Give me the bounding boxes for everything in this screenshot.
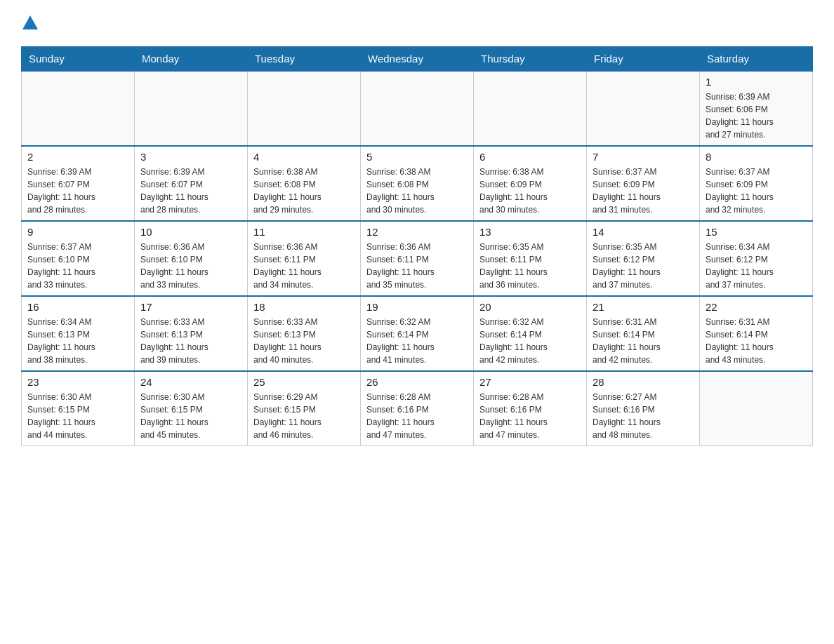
calendar-cell: 23Sunrise: 6:30 AMSunset: 6:15 PMDayligh… <box>22 371 135 446</box>
svg-marker-0 <box>22 15 38 29</box>
day-info: Sunrise: 6:38 AMSunset: 6:09 PMDaylight:… <box>479 166 581 216</box>
calendar-cell <box>700 371 813 446</box>
day-number: 17 <box>140 301 241 313</box>
day-number: 18 <box>253 301 355 313</box>
day-info: Sunrise: 6:36 AMSunset: 6:11 PMDaylight:… <box>366 241 468 291</box>
day-info: Sunrise: 6:27 AMSunset: 6:16 PMDaylight:… <box>593 391 694 441</box>
calendar-day-header: Friday <box>587 47 700 72</box>
day-number: 11 <box>253 226 355 238</box>
day-number: 22 <box>706 301 807 313</box>
day-info: Sunrise: 6:30 AMSunset: 6:15 PMDaylight:… <box>140 391 241 441</box>
calendar-cell: 20Sunrise: 6:32 AMSunset: 6:14 PMDayligh… <box>474 296 587 371</box>
day-info: Sunrise: 6:28 AMSunset: 6:16 PMDaylight:… <box>479 391 581 441</box>
calendar-cell: 12Sunrise: 6:36 AMSunset: 6:11 PMDayligh… <box>361 221 474 296</box>
day-info: Sunrise: 6:38 AMSunset: 6:08 PMDaylight:… <box>366 166 468 216</box>
calendar-cell: 18Sunrise: 6:33 AMSunset: 6:13 PMDayligh… <box>248 296 361 371</box>
day-info: Sunrise: 6:35 AMSunset: 6:11 PMDaylight:… <box>479 241 581 291</box>
day-number: 28 <box>593 376 694 388</box>
calendar-day-header: Sunday <box>22 47 135 72</box>
calendar-cell: 9Sunrise: 6:37 AMSunset: 6:10 PMDaylight… <box>22 221 135 296</box>
calendar-cell: 28Sunrise: 6:27 AMSunset: 6:16 PMDayligh… <box>587 371 700 446</box>
calendar-cell: 3Sunrise: 6:39 AMSunset: 6:07 PMDaylight… <box>135 146 248 221</box>
day-number: 13 <box>479 226 581 238</box>
day-number: 9 <box>27 226 128 238</box>
calendar-cell: 16Sunrise: 6:34 AMSunset: 6:13 PMDayligh… <box>22 296 135 371</box>
calendar-cell: 17Sunrise: 6:33 AMSunset: 6:13 PMDayligh… <box>135 296 248 371</box>
day-number: 26 <box>366 376 468 388</box>
calendar-cell: 24Sunrise: 6:30 AMSunset: 6:15 PMDayligh… <box>135 371 248 446</box>
day-number: 3 <box>140 151 241 163</box>
calendar-day-header: Thursday <box>474 47 587 72</box>
calendar-cell: 19Sunrise: 6:32 AMSunset: 6:14 PMDayligh… <box>361 296 474 371</box>
day-info: Sunrise: 6:37 AMSunset: 6:10 PMDaylight:… <box>27 241 128 291</box>
day-number: 24 <box>140 376 241 388</box>
calendar-cell <box>361 71 474 146</box>
day-info: Sunrise: 6:34 AMSunset: 6:13 PMDaylight:… <box>27 316 128 366</box>
calendar-cell <box>22 71 135 146</box>
day-number: 10 <box>140 226 241 238</box>
day-number: 27 <box>479 376 581 388</box>
calendar-cell: 8Sunrise: 6:37 AMSunset: 6:09 PMDaylight… <box>700 146 813 221</box>
calendar-week-row: 1Sunrise: 6:39 AMSunset: 6:06 PMDaylight… <box>22 71 813 146</box>
day-number: 2 <box>27 151 128 163</box>
calendar-cell: 6Sunrise: 6:38 AMSunset: 6:09 PMDaylight… <box>474 146 587 221</box>
calendar-cell: 2Sunrise: 6:39 AMSunset: 6:07 PMDaylight… <box>22 146 135 221</box>
day-number: 16 <box>27 301 128 313</box>
logo <box>21 14 38 32</box>
day-number: 4 <box>253 151 355 163</box>
day-info: Sunrise: 6:39 AMSunset: 6:07 PMDaylight:… <box>27 166 128 216</box>
day-info: Sunrise: 6:39 AMSunset: 6:06 PMDaylight:… <box>706 90 807 141</box>
calendar-header-row: SundayMondayTuesdayWednesdayThursdayFrid… <box>22 47 813 72</box>
day-info: Sunrise: 6:32 AMSunset: 6:14 PMDaylight:… <box>366 316 468 366</box>
day-info: Sunrise: 6:37 AMSunset: 6:09 PMDaylight:… <box>593 166 694 216</box>
day-number: 1 <box>706 76 807 88</box>
calendar-cell: 15Sunrise: 6:34 AMSunset: 6:12 PMDayligh… <box>700 221 813 296</box>
day-info: Sunrise: 6:31 AMSunset: 6:14 PMDaylight:… <box>593 316 694 366</box>
day-number: 23 <box>27 376 128 388</box>
day-info: Sunrise: 6:36 AMSunset: 6:11 PMDaylight:… <box>253 241 355 291</box>
calendar-day-header: Tuesday <box>248 47 361 72</box>
day-number: 5 <box>366 151 468 163</box>
calendar-cell: 27Sunrise: 6:28 AMSunset: 6:16 PMDayligh… <box>474 371 587 446</box>
day-info: Sunrise: 6:33 AMSunset: 6:13 PMDaylight:… <box>253 316 355 366</box>
calendar-table: SundayMondayTuesdayWednesdayThursdayFrid… <box>21 46 813 446</box>
day-info: Sunrise: 6:29 AMSunset: 6:15 PMDaylight:… <box>253 391 355 441</box>
day-number: 12 <box>366 226 468 238</box>
calendar-cell: 10Sunrise: 6:36 AMSunset: 6:10 PMDayligh… <box>135 221 248 296</box>
day-info: Sunrise: 6:38 AMSunset: 6:08 PMDaylight:… <box>253 166 355 216</box>
calendar-cell: 14Sunrise: 6:35 AMSunset: 6:12 PMDayligh… <box>587 221 700 296</box>
calendar-week-row: 2Sunrise: 6:39 AMSunset: 6:07 PMDaylight… <box>22 146 813 221</box>
calendar-cell: 25Sunrise: 6:29 AMSunset: 6:15 PMDayligh… <box>248 371 361 446</box>
day-number: 14 <box>593 226 694 238</box>
day-info: Sunrise: 6:33 AMSunset: 6:13 PMDaylight:… <box>140 316 241 366</box>
calendar-week-row: 9Sunrise: 6:37 AMSunset: 6:10 PMDaylight… <box>22 221 813 296</box>
day-number: 19 <box>366 301 468 313</box>
calendar-cell <box>474 71 587 146</box>
day-number: 21 <box>593 301 694 313</box>
calendar-cell <box>248 71 361 146</box>
day-info: Sunrise: 6:34 AMSunset: 6:12 PMDaylight:… <box>706 241 807 291</box>
calendar-cell: 26Sunrise: 6:28 AMSunset: 6:16 PMDayligh… <box>361 371 474 446</box>
day-number: 6 <box>479 151 581 163</box>
day-info: Sunrise: 6:35 AMSunset: 6:12 PMDaylight:… <box>593 241 694 291</box>
day-info: Sunrise: 6:32 AMSunset: 6:14 PMDaylight:… <box>479 316 581 366</box>
day-number: 25 <box>253 376 355 388</box>
day-info: Sunrise: 6:36 AMSunset: 6:10 PMDaylight:… <box>140 241 241 291</box>
logo-triangle-icon <box>22 15 38 29</box>
day-number: 20 <box>479 301 581 313</box>
calendar-day-header: Wednesday <box>361 47 474 72</box>
calendar-cell: 4Sunrise: 6:38 AMSunset: 6:08 PMDaylight… <box>248 146 361 221</box>
calendar-day-header: Saturday <box>700 47 813 72</box>
calendar-cell: 21Sunrise: 6:31 AMSunset: 6:14 PMDayligh… <box>587 296 700 371</box>
calendar-day-header: Monday <box>135 47 248 72</box>
day-info: Sunrise: 6:39 AMSunset: 6:07 PMDaylight:… <box>140 166 241 216</box>
calendar-cell: 5Sunrise: 6:38 AMSunset: 6:08 PMDaylight… <box>361 146 474 221</box>
day-info: Sunrise: 6:28 AMSunset: 6:16 PMDaylight:… <box>366 391 468 441</box>
calendar-cell <box>587 71 700 146</box>
calendar-cell <box>135 71 248 146</box>
calendar-week-row: 23Sunrise: 6:30 AMSunset: 6:15 PMDayligh… <box>22 371 813 446</box>
calendar-cell: 7Sunrise: 6:37 AMSunset: 6:09 PMDaylight… <box>587 146 700 221</box>
calendar-cell: 22Sunrise: 6:31 AMSunset: 6:14 PMDayligh… <box>700 296 813 371</box>
day-info: Sunrise: 6:37 AMSunset: 6:09 PMDaylight:… <box>706 166 807 216</box>
calendar-cell: 11Sunrise: 6:36 AMSunset: 6:11 PMDayligh… <box>248 221 361 296</box>
